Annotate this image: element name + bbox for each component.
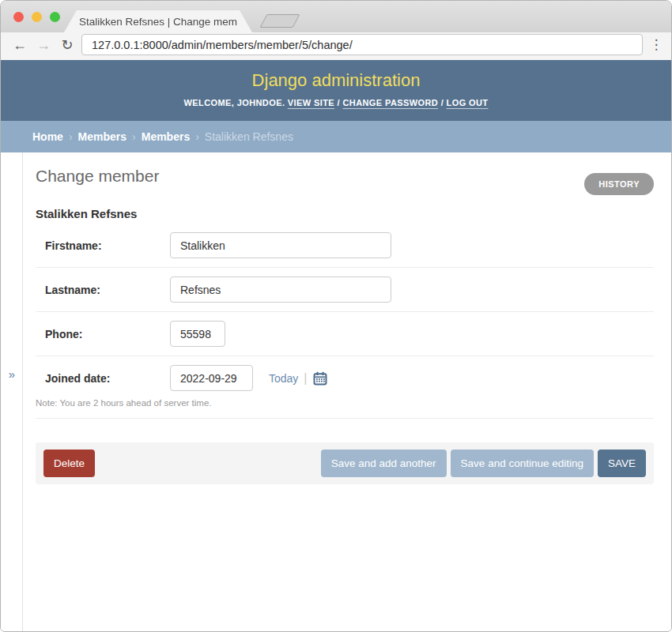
breadcrumb: Home › Members › Members › Stalikken Ref… bbox=[1, 121, 671, 152]
page-title: Change member bbox=[36, 167, 159, 186]
minimize-window-button[interactable] bbox=[32, 12, 42, 22]
breadcrumb-home[interactable]: Home bbox=[32, 130, 63, 143]
today-link[interactable]: Today bbox=[269, 372, 298, 385]
tab-title: Stalikken Refsnes | Change mem bbox=[79, 16, 237, 28]
close-window-button[interactable] bbox=[13, 12, 24, 22]
object-name: Stalikken Refsnes bbox=[36, 207, 654, 220]
phone-label: Phone: bbox=[36, 328, 170, 340]
submit-row: Delete Save and add another Save and con… bbox=[36, 442, 654, 484]
firstname-field[interactable] bbox=[170, 232, 391, 258]
admin-header: Django administration WELCOME, JOHNDOE. … bbox=[1, 60, 671, 121]
maximize-window-button[interactable] bbox=[50, 12, 60, 22]
new-tab-button[interactable] bbox=[259, 14, 300, 28]
save-add-another-button[interactable]: Save and add another bbox=[321, 450, 447, 477]
back-icon[interactable]: ← bbox=[10, 38, 29, 52]
form-row-joined-date: Joined date: Today | bbox=[36, 356, 654, 419]
save-continue-button[interactable]: Save and continue editing bbox=[451, 450, 594, 477]
view-site-link[interactable]: VIEW SITE bbox=[288, 98, 334, 107]
welcome-text: WELCOME, bbox=[184, 98, 235, 107]
reload-icon[interactable]: ↻ bbox=[58, 38, 77, 52]
phone-field[interactable] bbox=[170, 321, 225, 347]
breadcrumb-members-app[interactable]: Members bbox=[78, 130, 126, 143]
username: JOHNDOE bbox=[237, 98, 282, 107]
admin-title: Django administration bbox=[1, 60, 671, 91]
form-row-firstname: Firstname: bbox=[36, 224, 654, 268]
calendar-icon[interactable] bbox=[313, 371, 327, 386]
forward-icon[interactable]: → bbox=[34, 38, 53, 52]
timezone-note: Note: You are 2 hours ahead of server ti… bbox=[36, 391, 654, 409]
history-button[interactable]: HISTORY bbox=[584, 173, 654, 195]
window-controls bbox=[13, 12, 60, 22]
breadcrumb-members-model[interactable]: Members bbox=[142, 130, 190, 143]
content-area: » Change member HISTORY Stalikken Refsne… bbox=[1, 152, 671, 631]
url-input[interactable] bbox=[81, 34, 643, 55]
user-tools: WELCOME, JOHNDOE. VIEW SITE / CHANGE PAS… bbox=[1, 98, 671, 107]
browser-toolbar: ← → ↻ ⋮ bbox=[1, 32, 671, 60]
joined-date-field[interactable] bbox=[170, 365, 253, 391]
lastname-field[interactable] bbox=[170, 276, 391, 303]
main-panel: Change member HISTORY Stalikken Refsnes … bbox=[23, 152, 671, 631]
form-row-phone: Phone: bbox=[36, 312, 654, 356]
lastname-label: Lastname: bbox=[36, 284, 170, 296]
browser-menu-icon[interactable]: ⋮ bbox=[647, 36, 665, 53]
form-row-lastname: Lastname: bbox=[36, 268, 654, 312]
breadcrumb-current: Stalikken Refsnes bbox=[205, 130, 293, 143]
browser-tab-bar: Stalikken Refsnes | Change mem bbox=[1, 1, 671, 32]
collapsed-sidebar: » bbox=[1, 152, 23, 631]
firstname-label: Firstname: bbox=[36, 239, 170, 252]
browser-tab[interactable]: Stalikken Refsnes | Change mem bbox=[64, 10, 252, 32]
joined-date-label: Joined date: bbox=[36, 372, 170, 385]
save-button[interactable]: SAVE bbox=[598, 450, 646, 477]
browser-window: Stalikken Refsnes | Change mem ← → ↻ ⋮ D… bbox=[0, 0, 672, 632]
change-password-link[interactable]: CHANGE PASSWORD bbox=[342, 98, 438, 107]
delete-button[interactable]: Delete bbox=[43, 450, 95, 477]
sidebar-toggle-icon[interactable]: » bbox=[1, 367, 23, 381]
logout-link[interactable]: LOG OUT bbox=[447, 98, 489, 107]
